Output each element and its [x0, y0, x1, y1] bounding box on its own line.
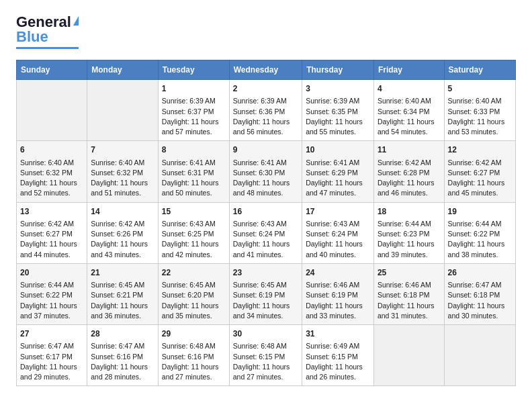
header-cell-wednesday: Wednesday — [229, 60, 302, 80]
cell-content-line: Sunrise: 6:43 AM — [233, 219, 298, 229]
calendar-cell: 14Sunrise: 6:42 AMSunset: 6:26 PMDayligh… — [87, 202, 159, 263]
cell-content-line: Sunset: 6:35 PM — [306, 107, 370, 117]
cell-content-line: Daylight: 11 hours and 38 minutes. — [448, 239, 512, 259]
cell-content-line: Sunset: 6:33 PM — [448, 107, 512, 117]
cell-content-line: Sunrise: 6:42 AM — [448, 158, 512, 168]
calendar-week-4: 20Sunrise: 6:44 AMSunset: 6:22 PMDayligh… — [17, 263, 516, 324]
calendar-cell: 5Sunrise: 6:40 AMSunset: 6:33 PMDaylight… — [444, 80, 515, 141]
cell-content-line: Sunrise: 6:39 AM — [162, 96, 226, 106]
cell-content-line: Sunset: 6:36 PM — [233, 107, 298, 117]
cell-content-line: Sunrise: 6:47 AM — [91, 341, 154, 351]
cell-content-line: Daylight: 11 hours and 56 minutes. — [233, 117, 298, 137]
day-number: 24 — [306, 267, 370, 279]
cell-content-line: Sunset: 6:27 PM — [20, 229, 83, 239]
calendar-cell: 8Sunrise: 6:41 AMSunset: 6:31 PMDaylight… — [158, 141, 229, 202]
calendar-cell: 13Sunrise: 6:42 AMSunset: 6:27 PMDayligh… — [17, 202, 87, 263]
cell-content-line: Sunrise: 6:44 AM — [378, 219, 441, 229]
cell-content-line: Sunset: 6:18 PM — [378, 290, 441, 300]
calendar-cell: 4Sunrise: 6:40 AMSunset: 6:34 PMDaylight… — [373, 80, 444, 141]
day-number: 14 — [91, 206, 154, 218]
cell-content-line: Daylight: 11 hours and 27 minutes. — [233, 362, 298, 382]
cell-content-line: Sunrise: 6:47 AM — [448, 280, 512, 290]
day-number: 10 — [306, 144, 370, 156]
day-number: 12 — [448, 144, 512, 156]
calendar-cell: 15Sunrise: 6:43 AMSunset: 6:25 PMDayligh… — [158, 202, 229, 263]
cell-content-line: Daylight: 11 hours and 36 minutes. — [91, 301, 154, 321]
day-number: 2 — [233, 83, 298, 95]
day-number: 19 — [448, 206, 512, 218]
day-number: 28 — [91, 328, 154, 340]
cell-content-line: Sunset: 6:21 PM — [91, 290, 154, 300]
calendar-cell: 6Sunrise: 6:40 AMSunset: 6:32 PMDaylight… — [17, 141, 87, 202]
calendar-week-1: 1Sunrise: 6:39 AMSunset: 6:37 PMDaylight… — [17, 80, 516, 141]
cell-content-line: Daylight: 11 hours and 44 minutes. — [20, 239, 83, 259]
calendar-cell: 29Sunrise: 6:48 AMSunset: 6:16 PMDayligh… — [158, 325, 229, 386]
header-cell-friday: Friday — [373, 60, 444, 80]
day-number: 8 — [162, 144, 226, 156]
calendar-cell: 30Sunrise: 6:48 AMSunset: 6:15 PMDayligh… — [229, 325, 302, 386]
cell-content-line: Sunrise: 6:40 AM — [378, 96, 441, 106]
cell-content-line: Daylight: 11 hours and 48 minutes. — [233, 178, 298, 198]
calendar-cell: 20Sunrise: 6:44 AMSunset: 6:22 PMDayligh… — [17, 263, 87, 324]
day-number: 4 — [378, 83, 441, 95]
calendar-cell: 23Sunrise: 6:45 AMSunset: 6:19 PMDayligh… — [229, 263, 302, 324]
cell-content-line: Daylight: 11 hours and 51 minutes. — [91, 178, 154, 198]
header-cell-monday: Monday — [87, 60, 159, 80]
calendar-cell: 17Sunrise: 6:43 AMSunset: 6:24 PMDayligh… — [302, 202, 374, 263]
cell-content-line: Sunset: 6:29 PM — [306, 168, 370, 178]
day-number: 3 — [306, 83, 370, 95]
cell-content-line: Daylight: 11 hours and 26 minutes. — [306, 362, 370, 382]
cell-content-line: Sunrise: 6:42 AM — [20, 219, 83, 229]
header-cell-tuesday: Tuesday — [158, 60, 229, 80]
cell-content-line: Daylight: 11 hours and 35 minutes. — [162, 301, 226, 321]
cell-content-line: Sunset: 6:19 PM — [306, 290, 370, 300]
calendar-cell: 1Sunrise: 6:39 AMSunset: 6:37 PMDaylight… — [158, 80, 229, 141]
cell-content-line: Daylight: 11 hours and 28 minutes. — [91, 362, 154, 382]
day-number: 13 — [20, 206, 83, 218]
calendar-week-3: 13Sunrise: 6:42 AMSunset: 6:27 PMDayligh… — [17, 202, 516, 263]
calendar-cell — [17, 80, 87, 141]
cell-content-line: Sunset: 6:16 PM — [91, 352, 154, 362]
cell-content-line: Sunset: 6:24 PM — [233, 229, 298, 239]
calendar-table: SundayMondayTuesdayWednesdayThursdayFrid… — [16, 60, 516, 386]
calendar-cell: 9Sunrise: 6:41 AMSunset: 6:30 PMDaylight… — [229, 141, 302, 202]
cell-content-line: Sunrise: 6:40 AM — [20, 158, 83, 168]
cell-content-line: Sunset: 6:30 PM — [233, 168, 298, 178]
cell-content-line: Sunrise: 6:40 AM — [91, 158, 154, 168]
day-number: 23 — [233, 267, 298, 279]
cell-content-line: Sunrise: 6:41 AM — [306, 158, 370, 168]
header-cell-sunday: Sunday — [17, 60, 87, 80]
cell-content-line: Sunrise: 6:42 AM — [91, 219, 154, 229]
cell-content-line: Daylight: 11 hours and 39 minutes. — [378, 239, 441, 259]
day-number: 1 — [162, 83, 226, 95]
cell-content-line: Daylight: 11 hours and 27 minutes. — [162, 362, 226, 382]
calendar-cell: 7Sunrise: 6:40 AMSunset: 6:32 PMDaylight… — [87, 141, 159, 202]
cell-content-line: Daylight: 11 hours and 57 minutes. — [162, 117, 226, 137]
cell-content-line: Sunset: 6:16 PM — [162, 352, 226, 362]
cell-content-line: Daylight: 11 hours and 46 minutes. — [378, 178, 441, 198]
cell-content-line: Sunrise: 6:39 AM — [306, 96, 370, 106]
cell-content-line: Sunrise: 6:47 AM — [20, 341, 83, 351]
day-number: 16 — [233, 206, 298, 218]
cell-content-line: Sunrise: 6:48 AM — [233, 341, 298, 351]
cell-content-line: Sunset: 6:26 PM — [91, 229, 154, 239]
logo-triangle-icon — [73, 16, 79, 26]
cell-content-line: Sunset: 6:15 PM — [233, 352, 298, 362]
cell-content-line: Sunrise: 6:45 AM — [91, 280, 154, 290]
calendar-cell: 31Sunrise: 6:49 AMSunset: 6:15 PMDayligh… — [302, 325, 374, 386]
cell-content-line: Sunset: 6:32 PM — [20, 168, 83, 178]
day-number: 22 — [162, 267, 226, 279]
cell-content-line: Sunrise: 6:44 AM — [20, 280, 83, 290]
page-header: General Blue — [16, 13, 516, 49]
calendar-week-2: 6Sunrise: 6:40 AMSunset: 6:32 PMDaylight… — [17, 141, 516, 202]
calendar-cell: 27Sunrise: 6:47 AMSunset: 6:17 PMDayligh… — [17, 325, 87, 386]
cell-content-line: Daylight: 11 hours and 43 minutes. — [91, 239, 154, 259]
cell-content-line: Sunset: 6:19 PM — [233, 290, 298, 300]
calendar-cell: 26Sunrise: 6:47 AMSunset: 6:18 PMDayligh… — [444, 263, 515, 324]
cell-content-line: Daylight: 11 hours and 45 minutes. — [448, 178, 512, 198]
calendar-cell: 2Sunrise: 6:39 AMSunset: 6:36 PMDaylight… — [229, 80, 302, 141]
cell-content-line: Daylight: 11 hours and 53 minutes. — [448, 117, 512, 137]
cell-content-line: Sunset: 6:27 PM — [448, 168, 512, 178]
cell-content-line: Sunset: 6:15 PM — [306, 352, 370, 362]
cell-content-line: Daylight: 11 hours and 37 minutes. — [20, 301, 83, 321]
